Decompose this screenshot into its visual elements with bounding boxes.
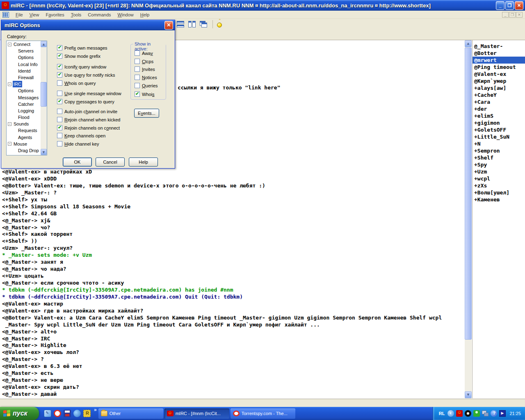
unchecked-checkbox-icon[interactable]: [57, 80, 62, 86]
channel-window-icon[interactable]: [2, 12, 9, 18]
help-icon[interactable]: [491, 410, 497, 417]
events-button[interactable]: Events...: [134, 109, 159, 118]
menu-view[interactable]: View: [26, 11, 43, 18]
nick-item[interactable]: +Spy: [472, 161, 525, 168]
tree-expander-icon[interactable]: -: [8, 122, 11, 126]
checked-checkbox-icon[interactable]: [57, 53, 62, 59]
checked-checkbox-icon[interactable]: [57, 45, 62, 50]
restore-button[interactable]: ❐: [505, 1, 514, 10]
tile-vertical-icon[interactable]: [176, 20, 185, 28]
steam-icon[interactable]: [465, 410, 471, 417]
nick-item[interactable]: +Sempron: [472, 147, 525, 154]
checkbox-rejoin-channels-on-connect[interactable]: Rejoin channels on connect: [57, 125, 120, 130]
tree-scroll-up-icon[interactable]: ▲: [41, 41, 47, 47]
save-icon[interactable]: [64, 410, 71, 417]
checkbox-whois[interactable]: Whois: [135, 91, 155, 97]
nick-item[interactable]: +elimS: [472, 112, 525, 119]
checkbox-show-mode-prefix[interactable]: Show mode prefix: [57, 53, 100, 59]
unchecked-checkbox-icon[interactable]: [135, 59, 140, 64]
quick-launch-overflow-icon[interactable]: »: [94, 407, 97, 413]
checkbox-auto-join-channel-on-invite[interactable]: Auto-join channel on invite: [57, 109, 117, 114]
taskbar-button[interactable]: mIRC - [#nnm (IrcCit...: [164, 409, 229, 419]
nick-item[interactable]: +zXs: [472, 182, 525, 189]
nick-item[interactable]: +CacheY: [472, 91, 525, 98]
menu-help[interactable]: Help: [137, 11, 153, 18]
nick-item[interactable]: @mrwert: [472, 57, 525, 64]
unchecked-checkbox-icon[interactable]: [135, 83, 140, 88]
dialog-close-button[interactable]: ✕: [164, 21, 173, 30]
unchecked-checkbox-icon[interactable]: [135, 66, 140, 72]
checkbox-keep-channels-open[interactable]: Keep channels open: [57, 133, 105, 138]
cancel-button[interactable]: Cancel: [96, 158, 125, 167]
checkbox-queries[interactable]: Queries: [135, 83, 158, 88]
menu-commands[interactable]: Commands: [84, 11, 114, 18]
menu-window[interactable]: Window: [114, 11, 137, 18]
checked-checkbox-icon[interactable]: [57, 99, 62, 104]
nick-item[interactable]: +N: [472, 140, 525, 147]
switch-icon[interactable]: [217, 23, 222, 27]
tree-expander-icon[interactable]: -: [8, 43, 11, 46]
scroll-thumb[interactable]: [465, 48, 472, 340]
checkbox-hide-channel-key[interactable]: Hide channel key: [57, 141, 99, 146]
mdi-restore-button[interactable]: ❐: [509, 12, 516, 18]
checkbox-use-single-message-window[interactable]: Use single message window: [57, 91, 121, 96]
nick-item[interactable]: @Ping timeout: [472, 64, 525, 71]
nick-item[interactable]: +alays[aw]: [472, 84, 525, 91]
nick-item[interactable]: +wcpl: [472, 175, 525, 182]
unchecked-checkbox-icon[interactable]: [57, 141, 62, 146]
chat-input-strip[interactable]: [0, 399, 525, 407]
unchecked-checkbox-icon[interactable]: [135, 75, 140, 80]
mdi-minimize-button[interactable]: _: [502, 12, 509, 18]
checkbox-iconify-query-window[interactable]: Iconify query window: [57, 64, 106, 69]
ok-button[interactable]: OK: [63, 158, 92, 167]
nick-item[interactable]: +Cara: [472, 98, 525, 105]
close-button[interactable]: ✕: [515, 1, 523, 10]
nick-item[interactable]: +Little_SuN: [472, 133, 525, 140]
checked-checkbox-icon[interactable]: [57, 125, 62, 130]
cascade-icon[interactable]: [199, 20, 208, 28]
scroll-up-icon[interactable]: ▲: [465, 40, 472, 47]
checkbox-rejoin-channel-when-kicked[interactable]: Rejoin channel when kicked: [57, 117, 120, 122]
nick-item[interactable]: +Uzm: [472, 168, 525, 175]
chevron-left-icon[interactable]: [447, 410, 454, 417]
qip-icon[interactable]: [473, 410, 480, 417]
opera-icon[interactable]: [54, 410, 61, 417]
checkbox-away[interactable]: Away: [135, 50, 153, 56]
tree-scroll-thumb[interactable]: [41, 82, 47, 107]
checkbox-whois-on-query[interactable]: Whois on query: [57, 80, 96, 86]
checked-checkbox-icon[interactable]: [57, 72, 62, 78]
nick-item[interactable]: @Valent-ex: [472, 71, 525, 78]
checkbox-copy-messages-to-query[interactable]: Copy messages to query: [57, 99, 114, 104]
nick-item[interactable]: +Каменев: [472, 196, 525, 203]
mdi-close-button[interactable]: ✕: [516, 12, 523, 18]
unchecked-checkbox-icon[interactable]: [57, 117, 62, 122]
checkbox-notices[interactable]: Notices: [135, 75, 157, 80]
player-icon[interactable]: [499, 410, 506, 417]
help-button[interactable]: Help: [129, 158, 158, 167]
nick-item[interactable]: @_Master-: [472, 43, 525, 50]
menu-tools[interactable]: Tools: [68, 11, 85, 18]
network-icon[interactable]: [482, 410, 488, 417]
checkbox-invites[interactable]: Invites: [135, 66, 155, 72]
taskbar-button[interactable]: Torrentspy.com - The...: [231, 409, 295, 419]
language-indicator[interactable]: RL: [439, 411, 445, 416]
mirc-tray-icon[interactable]: [456, 410, 463, 417]
rstudio-icon[interactable]: [83, 410, 91, 417]
checked-checkbox-icon[interactable]: [135, 91, 140, 97]
show-desktop-icon[interactable]: [44, 410, 51, 417]
scroll-down-icon[interactable]: ▼: [465, 391, 472, 398]
nick-item[interactable]: +der: [472, 105, 525, 112]
menu-favorites[interactable]: Favorites: [42, 11, 67, 18]
checkbox-prefix-own-messages[interactable]: Prefix own messages: [57, 45, 107, 50]
nick-item[interactable]: @Botter: [472, 50, 525, 57]
nick-item[interactable]: +Волш[ушел]: [472, 189, 525, 196]
start-button[interactable]: пуск: [0, 407, 39, 420]
unchecked-checkbox-icon[interactable]: [57, 109, 62, 114]
unchecked-checkbox-icon[interactable]: [57, 133, 62, 138]
menu-file[interactable]: File: [12, 11, 26, 18]
checkbox-ctcps[interactable]: Ctcps: [135, 59, 153, 64]
nick-item[interactable]: +Shelf: [472, 154, 525, 161]
minimize-button[interactable]: _: [496, 1, 504, 10]
nick-item[interactable]: +gigimon: [472, 119, 525, 126]
checked-checkbox-icon[interactable]: [57, 64, 62, 69]
